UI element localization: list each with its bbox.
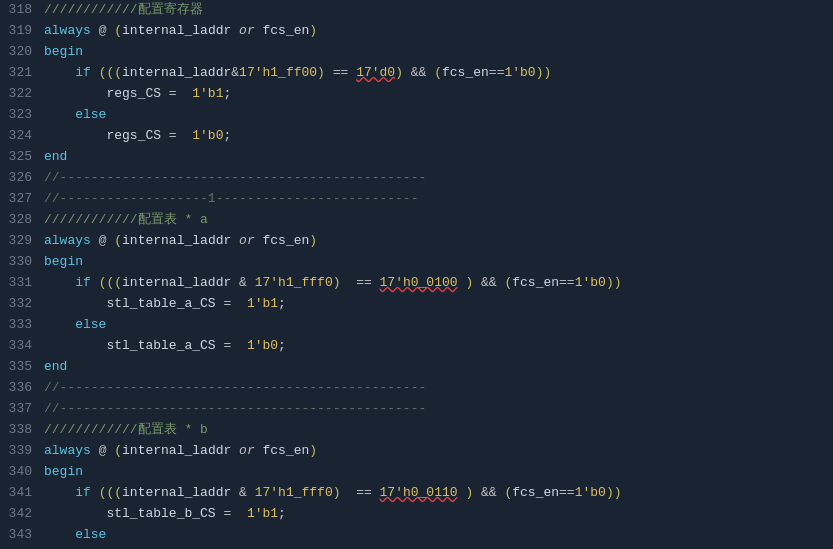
line-content-339: always @ (internal_laddr or fcs_en): [44, 441, 833, 461]
line-340: 340 begin: [0, 462, 833, 483]
line-content-320: begin: [44, 42, 833, 62]
line-content-335: end: [44, 357, 833, 377]
line-content-324: regs_CS = 1'b0;: [44, 126, 833, 146]
line-content-343: else: [44, 525, 833, 545]
line-content-337: //--------------------------------------…: [44, 399, 833, 419]
line-324: 324 regs_CS = 1'b0;: [0, 126, 833, 147]
line-num-333: 333: [0, 315, 44, 335]
line-num-343: 343: [0, 525, 44, 545]
line-337: 337 //----------------------------------…: [0, 399, 833, 420]
line-num-322: 322: [0, 84, 44, 104]
line-338: 338 ////////////配置表 * b: [0, 420, 833, 441]
line-content-338: ////////////配置表 * b: [44, 420, 833, 440]
line-num-342: 342: [0, 504, 44, 524]
line-332: 332 stl_table_a_CS = 1'b1;: [0, 294, 833, 315]
line-333: 333 else: [0, 315, 833, 336]
line-num-325: 325: [0, 147, 44, 167]
line-content-323: else: [44, 105, 833, 125]
line-num-323: 323: [0, 105, 44, 125]
line-326: 326 //----------------------------------…: [0, 168, 833, 189]
line-num-334: 334: [0, 336, 44, 356]
line-num-318: 318: [0, 0, 44, 20]
line-content-318: ////////////配置寄存器: [44, 0, 833, 20]
line-321: 321 if (((internal_laddr&17'h1_ff00) == …: [0, 63, 833, 84]
line-327: 327 //-------------------1--------------…: [0, 189, 833, 210]
line-331: 331 if (((internal_laddr & 17'h1_fff0) =…: [0, 273, 833, 294]
line-num-327: 327: [0, 189, 44, 209]
line-content-336: //--------------------------------------…: [44, 378, 833, 398]
line-content-328: ////////////配置表 * a: [44, 210, 833, 230]
line-content-332: stl_table_a_CS = 1'b1;: [44, 294, 833, 314]
line-content-329: always @ (internal_laddr or fcs_en): [44, 231, 833, 251]
line-content-327: //-------------------1------------------…: [44, 189, 833, 209]
line-342: 342 stl_table_b_CS = 1'b1;: [0, 504, 833, 525]
line-content-322: regs_CS = 1'b1;: [44, 84, 833, 104]
line-num-329: 329: [0, 231, 44, 251]
line-330: 330 begin: [0, 252, 833, 273]
line-323: 323 else: [0, 105, 833, 126]
line-num-338: 338: [0, 420, 44, 440]
line-319: 319 always @ (internal_laddr or fcs_en): [0, 21, 833, 42]
line-328: 328 ////////////配置表 * a: [0, 210, 833, 231]
line-343: 343 else: [0, 525, 833, 546]
line-341: 341 if (((internal_laddr & 17'h1_fff0) =…: [0, 483, 833, 504]
line-content-341: if (((internal_laddr & 17'h1_fff0) == 17…: [44, 483, 833, 503]
line-num-340: 340: [0, 462, 44, 482]
line-num-328: 328: [0, 210, 44, 230]
line-num-336: 336: [0, 378, 44, 398]
line-num-332: 332: [0, 294, 44, 314]
line-325: 325 end: [0, 147, 833, 168]
line-329: 329 always @ (internal_laddr or fcs_en): [0, 231, 833, 252]
line-num-326: 326: [0, 168, 44, 188]
line-322: 322 regs_CS = 1'b1;: [0, 84, 833, 105]
line-content-330: begin: [44, 252, 833, 272]
line-318: 318 ////////////配置寄存器: [0, 0, 833, 21]
line-336: 336 //----------------------------------…: [0, 378, 833, 399]
line-num-321: 321: [0, 63, 44, 83]
line-339: 339 always @ (internal_laddr or fcs_en): [0, 441, 833, 462]
line-320: 320 begin: [0, 42, 833, 63]
line-content-319: always @ (internal_laddr or fcs_en): [44, 21, 833, 41]
line-content-331: if (((internal_laddr & 17'h1_fff0) == 17…: [44, 273, 833, 293]
line-num-339: 339: [0, 441, 44, 461]
code-container: 318 ////////////配置寄存器 319 always @ (inte…: [0, 0, 833, 549]
line-num-324: 324: [0, 126, 44, 146]
line-num-320: 320: [0, 42, 44, 62]
line-num-337: 337: [0, 399, 44, 419]
line-content-325: end: [44, 147, 833, 167]
line-content-342: stl_table_b_CS = 1'b1;: [44, 504, 833, 524]
line-content-321: if (((internal_laddr&17'h1_ff00) == 17'd…: [44, 63, 833, 83]
line-content-334: stl_table_a_CS = 1'b0;: [44, 336, 833, 356]
line-334: 334 stl_table_a_CS = 1'b0;: [0, 336, 833, 357]
line-num-331: 331: [0, 273, 44, 293]
line-content-340: begin: [44, 462, 833, 482]
line-num-341: 341: [0, 483, 44, 503]
line-num-319: 319: [0, 21, 44, 41]
line-num-330: 330: [0, 252, 44, 272]
line-num-335: 335: [0, 357, 44, 377]
line-content-326: //--------------------------------------…: [44, 168, 833, 188]
line-content-333: else: [44, 315, 833, 335]
line-335: 335 end: [0, 357, 833, 378]
